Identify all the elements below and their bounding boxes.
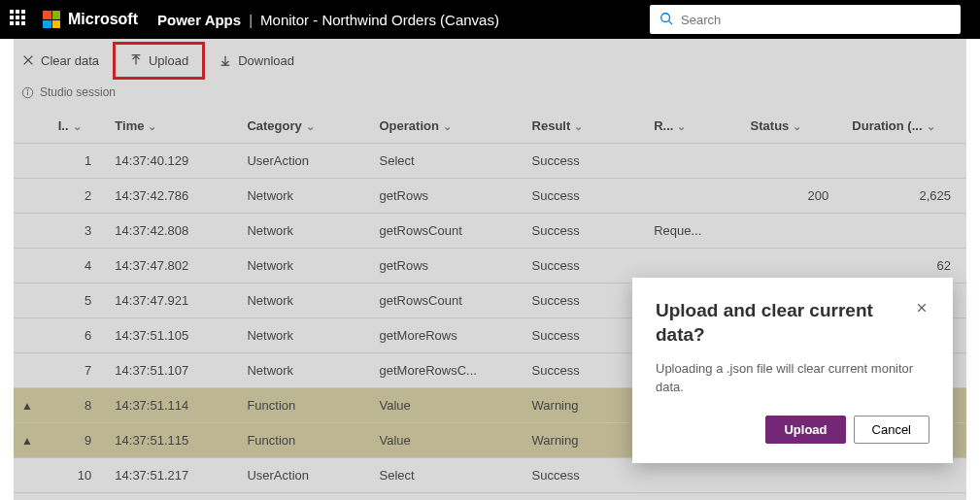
col-header-status[interactable]: Status⌄ xyxy=(743,109,845,144)
table-header-row: I..⌄ Time⌄ Category⌄ Operation⌄ Result⌄ … xyxy=(14,109,966,144)
warning-icon: ▲ xyxy=(21,434,33,448)
cell-duration xyxy=(844,214,966,249)
cell-id: 2 xyxy=(51,179,108,214)
dialog-upload-button[interactable]: Upload xyxy=(765,416,845,444)
breadcrumb-app[interactable]: Power Apps xyxy=(157,12,241,28)
col-header-duration[interactable]: Duration (...⌄ xyxy=(844,109,966,144)
cell-operation: Select xyxy=(372,144,524,179)
cell-status xyxy=(743,458,845,493)
close-icon xyxy=(21,53,35,67)
cell-status: 200 xyxy=(743,179,845,214)
cell-category: UserAction xyxy=(239,144,371,179)
cell-warn xyxy=(14,353,51,388)
dialog-body: Uploading a .json file will clear curren… xyxy=(656,360,929,395)
col-header-result[interactable]: Result⌄ xyxy=(524,109,647,144)
cell-operation: Value xyxy=(372,423,524,458)
cell-operation: getMoreRowsC... xyxy=(372,353,524,388)
chevron-down-icon: ⌄ xyxy=(927,120,935,132)
cell-warn xyxy=(14,144,51,179)
table-row[interactable]: 114:37:40.129UserActionSelectSuccess xyxy=(14,144,966,179)
cell-r xyxy=(646,179,742,214)
cell-result: Warning xyxy=(524,423,647,458)
breadcrumb-title: Monitor - Northwind Orders (Canvas) xyxy=(260,12,499,28)
upload-label: Upload xyxy=(149,53,188,68)
table-row[interactable]: 1014:37:51.217UserActionSelectSuccess xyxy=(14,458,966,493)
col-header-r[interactable]: R...⌄ xyxy=(646,109,742,144)
clear-data-button[interactable]: Clear data xyxy=(14,48,107,74)
chevron-down-icon: ⌄ xyxy=(306,120,315,132)
col-header-time[interactable]: Time⌄ xyxy=(107,109,239,144)
dialog-cancel-button[interactable]: Cancel xyxy=(854,416,929,444)
cell-id: 3 xyxy=(51,214,108,249)
app-launcher-icon[interactable] xyxy=(10,10,29,29)
cell-category: Network xyxy=(239,318,371,353)
cell-result: Warning xyxy=(524,388,647,423)
cell-result: Success xyxy=(524,144,647,179)
cell-category: Network xyxy=(239,353,371,388)
download-button[interactable]: Download xyxy=(211,48,302,74)
cell-result: Success xyxy=(524,318,647,353)
upload-button[interactable]: Upload xyxy=(121,48,196,74)
cell-warn: ▲ xyxy=(14,388,51,423)
cell-r: Reque... xyxy=(646,214,742,249)
table-row[interactable]: 314:37:42.808NetworkgetRowsCountSuccessR… xyxy=(14,214,966,249)
chevron-down-icon: ⌄ xyxy=(443,120,452,132)
search-container xyxy=(650,5,961,34)
col-header-operation[interactable]: Operation⌄ xyxy=(372,109,524,144)
cell-category: Network xyxy=(239,283,371,318)
col-header-category[interactable]: Category⌄ xyxy=(239,109,371,144)
table-row[interactable]: 214:37:42.786NetworkgetRowsSuccess2002,6… xyxy=(14,179,966,214)
session-info: Studio session xyxy=(14,82,966,109)
cell-result: Success xyxy=(524,214,647,249)
cell-id: 5 xyxy=(51,283,108,318)
cell-time: 14:37:51.115 xyxy=(107,423,239,458)
cell-time: 14:37:42.786 xyxy=(107,179,239,214)
chevron-down-icon: ⌄ xyxy=(73,120,82,132)
cell-operation: Value xyxy=(372,388,524,423)
cell-result: Success xyxy=(524,179,647,214)
cell-id: 7 xyxy=(51,353,108,388)
cell-duration xyxy=(844,144,966,179)
top-bar: Microsoft Power Apps | Monitor - Northwi… xyxy=(0,0,980,39)
cell-warn xyxy=(14,179,51,214)
info-icon xyxy=(21,86,34,99)
cell-status xyxy=(743,144,845,179)
search-box[interactable] xyxy=(650,5,961,34)
cell-result: Success xyxy=(524,283,647,318)
close-icon xyxy=(916,302,928,314)
chevron-down-icon: ⌄ xyxy=(574,120,583,132)
cell-result: Success xyxy=(524,249,647,283)
search-input[interactable] xyxy=(681,13,951,27)
cell-id: 4 xyxy=(51,249,108,283)
cell-time: 14:37:51.217 xyxy=(107,458,239,493)
cell-category: Function xyxy=(239,388,371,423)
col-header-id[interactable]: I..⌄ xyxy=(51,109,108,144)
cell-operation: getRows xyxy=(372,249,524,283)
cell-id: 8 xyxy=(51,388,108,423)
svg-point-0 xyxy=(661,13,670,21)
command-bar: Clear data Upload Download xyxy=(14,39,966,82)
microsoft-logo: Microsoft xyxy=(43,11,138,28)
dialog-title: Upload and clear current data? xyxy=(656,299,914,347)
cell-result: Success xyxy=(524,353,647,388)
cell-time: 14:37:40.129 xyxy=(107,144,239,179)
cell-time: 14:37:47.802 xyxy=(107,249,239,283)
cell-warn xyxy=(14,249,51,283)
cell-result: Success xyxy=(524,458,647,493)
session-label: Studio session xyxy=(40,85,116,99)
cell-time: 14:37:42.808 xyxy=(107,214,239,249)
dialog-close-button[interactable] xyxy=(914,299,929,318)
warning-icon: ▲ xyxy=(21,399,33,413)
cell-r xyxy=(646,144,742,179)
svg-line-1 xyxy=(669,20,673,24)
cell-r xyxy=(646,458,742,493)
cell-category: Network xyxy=(239,214,371,249)
breadcrumb: Power Apps | Monitor - Northwind Orders … xyxy=(157,12,499,28)
cell-id: 9 xyxy=(51,423,108,458)
cell-operation: getMoreRows xyxy=(372,318,524,353)
col-header-warn[interactable] xyxy=(14,109,51,144)
svg-point-10 xyxy=(27,89,28,90)
cell-category: Network xyxy=(239,179,371,214)
chevron-down-icon: ⌄ xyxy=(677,120,686,132)
cell-time: 14:37:51.114 xyxy=(107,388,239,423)
